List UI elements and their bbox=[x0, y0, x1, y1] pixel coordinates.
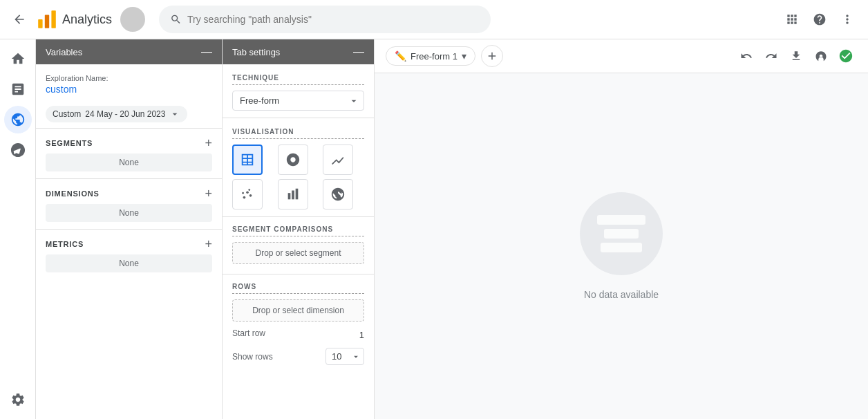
tab-chevron-icon: ▾ bbox=[462, 50, 466, 62]
no-data-graphic bbox=[580, 192, 663, 275]
topbar: Analytics bbox=[0, 0, 868, 39]
exploration-name-value[interactable]: custom bbox=[46, 84, 212, 95]
app-name: Analytics bbox=[62, 12, 112, 27]
nav-reports[interactable] bbox=[4, 75, 32, 103]
undo-btn[interactable] bbox=[735, 45, 757, 67]
metrics-label: METRICS bbox=[46, 240, 84, 248]
segment-comparisons-section: SEGMENT COMPARISONS Drop or select segme… bbox=[223, 216, 374, 274]
vis-bar-btn[interactable] bbox=[278, 179, 308, 210]
dimensions-none: None bbox=[46, 204, 212, 222]
tab-add-btn[interactable] bbox=[481, 45, 503, 67]
redo-btn[interactable] bbox=[760, 45, 782, 67]
technique-label: TECHNIQUE bbox=[232, 74, 364, 85]
no-data-bar-1 bbox=[597, 215, 645, 225]
rows-section: ROWS Drop or select dimension Start row … bbox=[223, 274, 374, 373]
svg-rect-9 bbox=[292, 191, 294, 200]
topbar-right bbox=[780, 7, 860, 32]
start-row-field: Start row 1 bbox=[232, 328, 364, 341]
no-data-text: No data available bbox=[584, 289, 659, 300]
vis-table-btn[interactable] bbox=[232, 145, 263, 175]
segment-comparisons-label: SEGMENT COMPARISONS bbox=[232, 225, 364, 236]
technique-select[interactable]: Free-form Funnel exploration Path explor… bbox=[232, 91, 364, 111]
show-rows-label: Show rows bbox=[232, 352, 273, 362]
drop-segment-zone[interactable]: Drop or select segment bbox=[232, 242, 364, 264]
exploration-name-label: Exploration Name: bbox=[46, 74, 212, 82]
vis-donut-btn[interactable] bbox=[278, 145, 308, 175]
no-data-bar-2 bbox=[604, 229, 639, 239]
variables-minimize-btn[interactable]: — bbox=[201, 46, 212, 57]
metrics-none: None bbox=[46, 254, 212, 272]
saved-btn[interactable] bbox=[835, 45, 857, 67]
svg-point-4 bbox=[246, 191, 249, 194]
apps-icon-btn[interactable] bbox=[780, 7, 804, 32]
svg-rect-10 bbox=[295, 189, 298, 200]
search-icon bbox=[170, 13, 182, 26]
visualisation-label: VISUALISATION bbox=[232, 128, 364, 139]
start-row-value: 1 bbox=[359, 330, 364, 340]
segments-none: None bbox=[46, 153, 212, 171]
svg-point-5 bbox=[249, 194, 252, 197]
download-btn[interactable] bbox=[785, 45, 807, 67]
content-area: ✏️ Free-form 1 ▾ bbox=[375, 39, 868, 419]
metrics-section-header: METRICS + bbox=[36, 229, 222, 254]
metrics-add-btn[interactable]: + bbox=[205, 238, 212, 250]
account-avatar[interactable] bbox=[120, 7, 145, 32]
show-rows-row: Show rows 5 10 25 50 100 250 500 bbox=[232, 348, 364, 365]
date-range-chip[interactable]: Custom 24 May - 20 Jun 2023 bbox=[46, 106, 187, 122]
tab-settings-panel: Tab settings — TECHNIQUE Free-form Funne… bbox=[223, 39, 375, 419]
vis-geo-btn[interactable] bbox=[323, 179, 353, 210]
content-topbar: ✏️ Free-form 1 ▾ bbox=[375, 39, 868, 73]
tab-name: Free-form 1 bbox=[411, 51, 457, 62]
drop-dimension-zone[interactable]: Drop or select dimension bbox=[232, 299, 364, 322]
chevron-down-icon bbox=[169, 109, 180, 120]
technique-section: TECHNIQUE Free-form Funnel exploration P… bbox=[223, 64, 374, 118]
svg-rect-8 bbox=[287, 193, 290, 199]
svg-point-6 bbox=[242, 192, 244, 194]
segments-section-header: SEGMENTS + bbox=[36, 128, 222, 153]
dimensions-label: DIMENSIONS bbox=[46, 189, 100, 198]
search-bar[interactable] bbox=[159, 6, 491, 33]
back-button[interactable] bbox=[8, 8, 30, 30]
visualisation-grid bbox=[232, 145, 364, 210]
date-range: 24 May - 20 Jun 2023 bbox=[85, 109, 165, 119]
variables-panel: Variables — Exploration Name: custom Cus… bbox=[36, 39, 223, 419]
tab-settings-panel-header: Tab settings — bbox=[223, 39, 374, 64]
variables-panel-title: Variables bbox=[46, 47, 82, 57]
visualisation-section: VISUALISATION bbox=[223, 118, 374, 216]
segments-label: SEGMENTS bbox=[46, 139, 93, 147]
svg-point-3 bbox=[243, 196, 246, 199]
svg-rect-2 bbox=[51, 10, 55, 28]
svg-point-7 bbox=[248, 189, 250, 191]
dimensions-add-btn[interactable]: + bbox=[205, 187, 212, 200]
left-nav bbox=[0, 39, 36, 419]
vis-scatter-btn[interactable] bbox=[232, 179, 263, 210]
content-topbar-right bbox=[735, 45, 857, 67]
variables-panel-header: Variables — bbox=[36, 39, 222, 64]
svg-rect-1 bbox=[45, 15, 49, 28]
nav-explore[interactable] bbox=[4, 106, 32, 133]
date-label: Custom bbox=[53, 109, 81, 119]
nav-home[interactable] bbox=[4, 45, 32, 73]
rows-label: ROWS bbox=[232, 283, 364, 294]
no-data-bar-3 bbox=[601, 243, 642, 252]
tab-settings-title: Tab settings bbox=[232, 47, 280, 57]
nav-settings[interactable] bbox=[4, 386, 32, 413]
show-rows-select[interactable]: 5 10 25 50 100 250 500 bbox=[326, 348, 364, 365]
dimensions-section-header: DIMENSIONS + bbox=[36, 178, 222, 204]
exploration-name-section: Exploration Name: custom bbox=[36, 64, 222, 100]
vis-line-btn[interactable] bbox=[323, 145, 353, 175]
tab-edit-icon: ✏️ bbox=[395, 50, 406, 62]
main-layout: Variables — Exploration Name: custom Cus… bbox=[0, 39, 868, 419]
segments-add-btn[interactable]: + bbox=[205, 137, 212, 149]
search-input[interactable] bbox=[187, 14, 480, 25]
more-vert-icon-btn[interactable] bbox=[835, 7, 860, 32]
no-data-area: No data available bbox=[375, 73, 868, 419]
app-logo: Analytics bbox=[36, 8, 112, 30]
share-btn[interactable] bbox=[810, 45, 832, 67]
svg-rect-0 bbox=[38, 19, 42, 28]
help-icon-btn[interactable] bbox=[807, 7, 832, 32]
tab-freeform1[interactable]: ✏️ Free-form 1 ▾ bbox=[386, 46, 475, 66]
tab-settings-minimize-btn[interactable]: — bbox=[353, 46, 364, 57]
nav-advertising[interactable] bbox=[4, 136, 32, 164]
start-row-label: Start row bbox=[232, 328, 265, 338]
